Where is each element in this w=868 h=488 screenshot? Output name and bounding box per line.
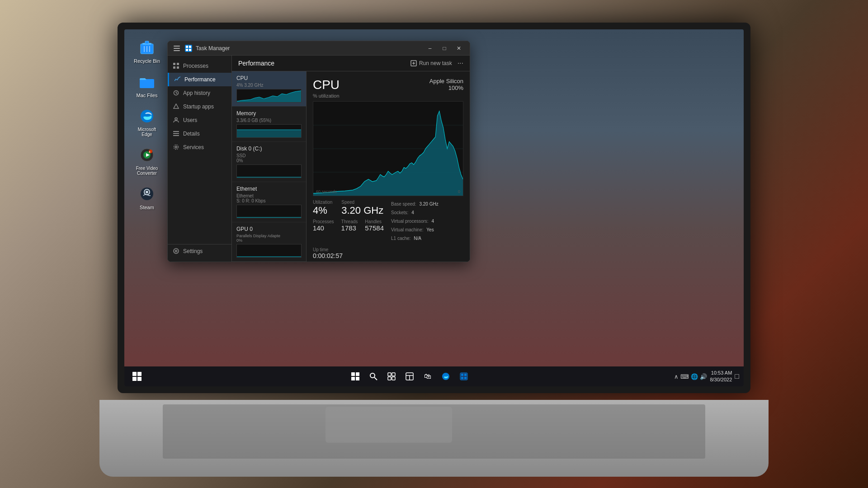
svg-rect-23 [177,66,179,69]
maximize-button[interactable]: □ [438,44,451,53]
sidebar-item-details[interactable]: Details [168,127,231,141]
sidebar-item-startup-apps[interactable]: Startup apps [168,100,231,113]
cpu-item-value: 4% 3.20 GHz [236,83,302,88]
steam-icon [138,185,156,203]
details-label: Details [183,131,200,137]
svg-rect-68 [461,377,463,379]
handles-stat-value: 57584 [365,224,384,232]
taskbar-taskview-icon[interactable] [383,368,400,385]
perf-main-panel: CPU % utilization Apple Silicon 100% [307,71,470,262]
time-display: 10:53 AM [710,370,732,376]
graph-label-zero: 0 [458,189,460,194]
mac-files-label: Mac Files [136,93,157,98]
taskbar-store-icon[interactable]: 🛍 [420,368,436,385]
svg-point-64 [442,373,449,380]
screen: Recycle Bin Mac Files [124,29,744,386]
details-icon [173,131,179,137]
desktop-icon-edge[interactable]: Microsoft Edge [131,107,163,137]
window-controls: – □ ✕ [424,44,465,53]
l1-cache-row: L1 cache: N/A [391,234,463,243]
handles-stat-label: Handles [365,219,384,224]
l1-cache-value: N/A [414,236,421,241]
virtual-processors-value: 4 [431,219,434,224]
more-options-button[interactable]: ··· [458,59,463,67]
run-new-task-button[interactable]: Run new task [410,60,452,66]
taskbar-taskmanager-icon[interactable] [456,368,472,385]
svg-point-32 [175,250,177,252]
taskbar-edge-icon[interactable] [438,368,454,385]
steam-label: Steam [140,205,154,210]
cpu-stats-area: Utilization 4% Speed 3.20 GHz [313,200,463,243]
disk-item-header: Disk 0 (C:) [236,145,302,152]
perf-item-cpu[interactable]: CPU 4% 3.20 GHz [232,71,306,107]
chevron-up-icon[interactable]: ∧ [674,373,679,380]
l1-cache-label: L1 cache: [391,236,410,241]
close-button[interactable]: ✕ [453,44,465,53]
processes-icon [173,63,179,69]
svg-rect-67 [464,374,467,376]
disk-item-name: Disk 0 (C:) [236,145,262,152]
svg-rect-50 [137,377,142,381]
processes-stat-value: 140 [313,224,334,232]
proc-thread-handle-row: Processes 140 Threads 1783 [313,219,384,232]
hamburger-menu[interactable] [172,44,181,52]
gpu-item-value: Parallels Display Adapte 0% [236,234,302,243]
recycle-bin-icon [138,38,156,56]
edge-label: Microsoft Edge [138,127,156,137]
sidebar-item-processes[interactable]: Processes [168,59,231,73]
tm-main-content: Performance Run new task [232,56,470,262]
app-history-label: App history [183,90,210,96]
startup-apps-icon [173,103,179,110]
virtual-proc-row: Virtual processors: 4 [391,217,463,225]
sidebar-item-users[interactable]: Users [168,113,231,127]
trackpad [326,407,452,443]
desktop-icon-steam[interactable]: Steam [131,185,163,210]
desktop-icon-video-converter[interactable]: ● Free Video Converter [131,146,163,176]
svg-rect-29 [173,135,179,136]
disk-item-value: SSD 0% [236,153,302,163]
titlebar-left: Task Manager [172,44,230,52]
sidebar-item-services[interactable]: Services [168,141,231,154]
svg-rect-47 [132,372,137,376]
volume-icon[interactable]: 🔊 [700,373,707,380]
perf-item-ethernet[interactable]: Ethernet Ethernet S: 0 R: 0 Kbps [232,182,306,222]
date-display: 8/30/2022 [710,376,732,383]
svg-point-55 [370,373,375,378]
taskbar: 🛍 [124,366,744,386]
perf-item-memory[interactable]: Memory 3.3/6.0 GB (55%) [232,107,306,142]
video-converter-icon: ● [138,146,156,164]
utilization-value: 4% [313,205,332,216]
sidebar-item-performance[interactable]: Performance [168,73,231,86]
svg-rect-53 [351,377,355,380]
svg-rect-38 [237,130,301,137]
minimize-button[interactable]: – [424,44,436,53]
desktop-icon-mac-files[interactable]: Mac Files [131,73,163,98]
sidebar-bottom: Settings [168,244,231,258]
sidebar-item-settings[interactable]: Settings [168,244,231,258]
taskbar-widgets-icon[interactable] [401,368,418,385]
perf-item-disk[interactable]: Disk 0 (C:) SSD 0% [232,142,306,182]
task-manager-body: Processes Performance [168,56,470,262]
svg-rect-17 [189,46,191,48]
speed-stat: Speed 3.20 GHz [341,200,383,216]
notification-icon[interactable]: □ [735,372,739,380]
cpu-graph: 60 seconds 0 [313,101,463,196]
start-button[interactable] [129,368,145,385]
mac-files-icon [138,73,156,91]
sidebar-item-app-history[interactable]: App history [168,86,231,100]
desktop-icon-recycle-bin[interactable]: Recycle Bin [131,38,163,64]
startup-apps-label: Startup apps [183,103,214,110]
hamburger-line-1 [174,46,180,47]
services-label: Services [183,144,204,150]
util-speed-row: Utilization 4% Speed 3.20 GHz [313,200,384,216]
perf-item-gpu[interactable]: GPU 0 Parallels Display Adapte 0% [232,222,306,262]
taskbar-search-icon[interactable] [365,368,382,385]
svg-point-15 [146,191,148,193]
svg-marker-46 [313,111,463,196]
clock[interactable]: 10:53 AM 8/30/2022 [710,370,732,384]
hamburger-line-3 [174,50,180,51]
network-icon[interactable]: 🌐 [691,373,698,380]
keyboard-icon[interactable]: ⌨ [680,373,689,380]
processes-stat: Processes 140 [313,219,334,232]
taskbar-start-icon[interactable] [347,368,363,385]
